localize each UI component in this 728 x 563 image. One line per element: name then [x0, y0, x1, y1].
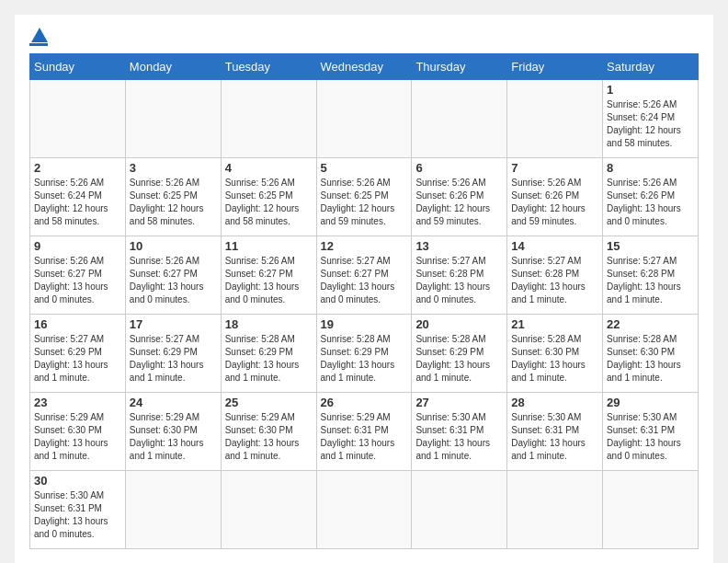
calendar-cell — [507, 471, 603, 549]
calendar-table: SundayMondayTuesdayWednesdayThursdayFrid… — [29, 53, 699, 549]
day-info: Sunrise: 5:28 AMSunset: 6:29 PMDaylight:… — [415, 333, 503, 385]
day-number: 29 — [607, 396, 694, 409]
calendar-week-row: 30Sunrise: 5:30 AMSunset: 6:31 PMDayligh… — [30, 471, 699, 549]
day-number: 20 — [415, 317, 503, 331]
day-number: 7 — [511, 161, 598, 175]
calendar-cell: 12Sunrise: 5:27 AMSunset: 6:27 PMDayligh… — [316, 236, 412, 315]
calendar-cell: 25Sunrise: 5:29 AMSunset: 6:30 PMDayligh… — [221, 393, 316, 471]
calendar-cell: 9Sunrise: 5:26 AMSunset: 6:27 PMDaylight… — [30, 236, 126, 315]
calendar-cell: 11Sunrise: 5:26 AMSunset: 6:27 PMDayligh… — [221, 236, 316, 315]
day-number: 17 — [130, 317, 217, 331]
day-number: 3 — [130, 161, 217, 175]
calendar-cell — [125, 471, 221, 549]
calendar-cell: 29Sunrise: 5:30 AMSunset: 6:31 PMDayligh… — [603, 393, 699, 471]
day-number: 1 — [607, 83, 694, 97]
logo-underline — [29, 43, 48, 46]
calendar-cell — [316, 80, 412, 158]
calendar-cell: 19Sunrise: 5:28 AMSunset: 6:29 PMDayligh… — [316, 315, 412, 393]
day-number: 8 — [607, 161, 694, 175]
day-number: 19 — [321, 317, 408, 331]
calendar-cell: 28Sunrise: 5:30 AMSunset: 6:31 PMDayligh… — [507, 393, 603, 471]
day-number: 24 — [130, 396, 217, 409]
calendar-cell — [125, 80, 221, 158]
day-info: Sunrise: 5:28 AMSunset: 6:30 PMDaylight:… — [607, 333, 694, 385]
col-header-friday: Friday — [507, 54, 603, 80]
calendar-week-row: 1Sunrise: 5:26 AMSunset: 6:24 PMDaylight… — [30, 80, 699, 158]
day-info: Sunrise: 5:28 AMSunset: 6:30 PMDaylight:… — [511, 333, 598, 385]
day-info: Sunrise: 5:29 AMSunset: 6:30 PMDaylight:… — [34, 411, 121, 463]
day-number: 27 — [415, 396, 503, 409]
day-number: 14 — [511, 239, 598, 253]
col-header-monday: Monday — [125, 54, 221, 80]
day-number: 12 — [321, 239, 408, 253]
day-number: 26 — [321, 396, 408, 409]
day-number: 13 — [415, 239, 503, 253]
col-header-saturday: Saturday — [603, 54, 699, 80]
calendar-cell — [221, 80, 316, 158]
day-number: 4 — [225, 161, 313, 175]
day-info: Sunrise: 5:27 AMSunset: 6:28 PMDaylight:… — [511, 255, 598, 306]
calendar-cell: 26Sunrise: 5:29 AMSunset: 6:31 PMDayligh… — [316, 393, 412, 471]
calendar-cell: 18Sunrise: 5:28 AMSunset: 6:29 PMDayligh… — [221, 315, 316, 393]
day-info: Sunrise: 5:29 AMSunset: 6:31 PMDaylight:… — [321, 411, 408, 463]
col-header-tuesday: Tuesday — [221, 54, 316, 80]
day-info: Sunrise: 5:26 AMSunset: 6:25 PMDaylight:… — [130, 177, 217, 228]
calendar-cell: 21Sunrise: 5:28 AMSunset: 6:30 PMDayligh… — [507, 315, 603, 393]
logo — [29, 29, 48, 46]
calendar-cell: 7Sunrise: 5:26 AMSunset: 6:26 PMDaylight… — [507, 158, 603, 236]
day-info: Sunrise: 5:27 AMSunset: 6:29 PMDaylight:… — [34, 333, 121, 385]
calendar-cell: 15Sunrise: 5:27 AMSunset: 6:28 PMDayligh… — [603, 236, 699, 315]
calendar-cell — [507, 80, 603, 158]
calendar-cell: 4Sunrise: 5:26 AMSunset: 6:25 PMDaylight… — [221, 158, 316, 236]
calendar-cell: 22Sunrise: 5:28 AMSunset: 6:30 PMDayligh… — [603, 315, 699, 393]
calendar-week-row: 2Sunrise: 5:26 AMSunset: 6:24 PMDaylight… — [30, 158, 699, 236]
day-number: 15 — [607, 239, 694, 253]
day-number: 23 — [34, 396, 121, 409]
day-info: Sunrise: 5:30 AMSunset: 6:31 PMDaylight:… — [607, 411, 694, 463]
calendar-cell: 14Sunrise: 5:27 AMSunset: 6:28 PMDayligh… — [507, 236, 603, 315]
day-info: Sunrise: 5:27 AMSunset: 6:28 PMDaylight:… — [415, 255, 503, 306]
calendar-cell — [412, 471, 507, 549]
day-number: 16 — [34, 317, 121, 331]
day-number: 9 — [34, 239, 121, 253]
day-info: Sunrise: 5:29 AMSunset: 6:30 PMDaylight:… — [225, 411, 313, 463]
calendar-cell — [221, 471, 316, 549]
day-info: Sunrise: 5:26 AMSunset: 6:24 PMDaylight:… — [34, 177, 121, 228]
calendar-header-row: SundayMondayTuesdayWednesdayThursdayFrid… — [30, 54, 699, 80]
day-number: 11 — [225, 239, 313, 253]
calendar-cell: 10Sunrise: 5:26 AMSunset: 6:27 PMDayligh… — [125, 236, 221, 315]
calendar-cell: 24Sunrise: 5:29 AMSunset: 6:30 PMDayligh… — [125, 393, 221, 471]
day-number: 5 — [321, 161, 408, 175]
calendar-cell: 17Sunrise: 5:27 AMSunset: 6:29 PMDayligh… — [125, 315, 221, 393]
calendar-cell — [603, 471, 699, 549]
day-number: 18 — [225, 317, 313, 331]
day-info: Sunrise: 5:28 AMSunset: 6:29 PMDaylight:… — [225, 333, 313, 385]
calendar-cell — [412, 80, 507, 158]
day-info: Sunrise: 5:27 AMSunset: 6:27 PMDaylight:… — [321, 255, 408, 306]
calendar-cell: 16Sunrise: 5:27 AMSunset: 6:29 PMDayligh… — [30, 315, 126, 393]
calendar-cell: 6Sunrise: 5:26 AMSunset: 6:26 PMDaylight… — [412, 158, 507, 236]
logo-text — [29, 29, 48, 42]
day-info: Sunrise: 5:26 AMSunset: 6:27 PMDaylight:… — [130, 255, 217, 306]
day-info: Sunrise: 5:29 AMSunset: 6:30 PMDaylight:… — [130, 411, 217, 463]
day-info: Sunrise: 5:26 AMSunset: 6:26 PMDaylight:… — [511, 177, 598, 228]
col-header-sunday: Sunday — [30, 54, 126, 80]
calendar-cell — [30, 80, 126, 158]
col-header-thursday: Thursday — [412, 54, 507, 80]
calendar-cell: 2Sunrise: 5:26 AMSunset: 6:24 PMDaylight… — [30, 158, 126, 236]
day-info: Sunrise: 5:26 AMSunset: 6:26 PMDaylight:… — [415, 177, 503, 228]
day-number: 2 — [34, 161, 121, 175]
calendar-page: SundayMondayTuesdayWednesdayThursdayFrid… — [15, 15, 713, 563]
calendar-cell: 23Sunrise: 5:29 AMSunset: 6:30 PMDayligh… — [30, 393, 126, 471]
calendar-cell: 30Sunrise: 5:30 AMSunset: 6:31 PMDayligh… — [30, 471, 126, 549]
calendar-cell: 1Sunrise: 5:26 AMSunset: 6:24 PMDaylight… — [603, 80, 699, 158]
logo-triangle-icon — [31, 28, 48, 42]
calendar-week-row: 23Sunrise: 5:29 AMSunset: 6:30 PMDayligh… — [30, 393, 699, 471]
calendar-cell: 5Sunrise: 5:26 AMSunset: 6:25 PMDaylight… — [316, 158, 412, 236]
day-number: 22 — [607, 317, 694, 331]
day-info: Sunrise: 5:27 AMSunset: 6:28 PMDaylight:… — [607, 255, 694, 306]
header — [29, 29, 699, 46]
day-info: Sunrise: 5:30 AMSunset: 6:31 PMDaylight:… — [511, 411, 598, 463]
day-info: Sunrise: 5:28 AMSunset: 6:29 PMDaylight:… — [321, 333, 408, 385]
day-info: Sunrise: 5:26 AMSunset: 6:24 PMDaylight:… — [607, 98, 694, 150]
